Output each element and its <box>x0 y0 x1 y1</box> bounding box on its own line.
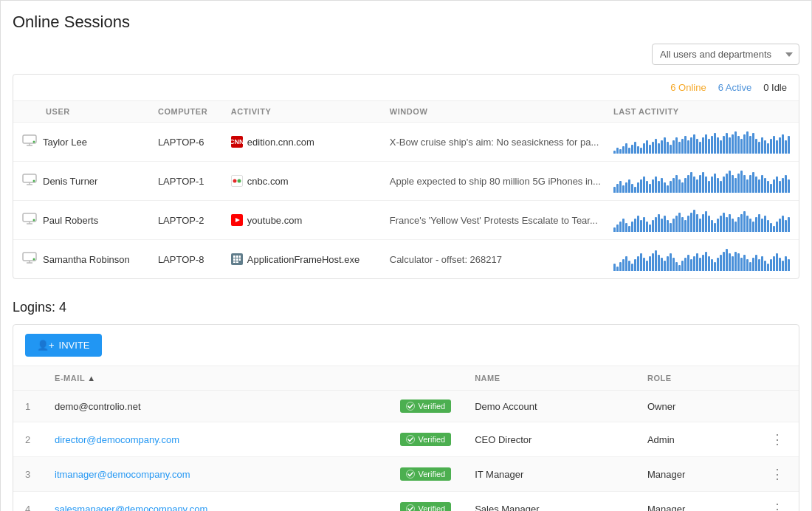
more-menu-button[interactable]: ⋮ <box>768 500 787 511</box>
svg-rect-23 <box>233 258 235 261</box>
spark-bar <box>696 253 698 271</box>
spark-bar <box>637 146 639 154</box>
spark-bar <box>699 219 701 232</box>
spark-bar <box>622 146 625 154</box>
monitor-icon <box>22 213 37 227</box>
spark-bar <box>643 143 645 154</box>
spark-bar <box>743 211 746 232</box>
svg-point-28 <box>407 402 415 411</box>
svg-rect-22 <box>239 256 241 258</box>
spark-bar <box>687 175 689 193</box>
spark-bar <box>690 213 692 232</box>
spark-bar <box>649 145 651 154</box>
email-link[interactable]: director@democompany.com <box>55 434 179 445</box>
more-menu-button[interactable]: ⋮ <box>768 431 787 448</box>
cnbc-logo-svg <box>232 176 242 186</box>
spark-bar <box>711 176 713 193</box>
page-title: Online Sessions <box>13 13 799 32</box>
logins-panel: 👤+ INVITE E-MAIL ▲ NAME ROLE <box>13 324 799 511</box>
spark-bar <box>693 210 695 232</box>
sessions-table: USER COMPUTER ACTIVITY WINDOW LAST ACTIV… <box>13 101 799 278</box>
spark-bar <box>779 137 781 154</box>
email-link[interactable]: salesmanager@democompany.com <box>55 504 207 512</box>
spark-bar <box>693 176 695 193</box>
spark-bar <box>746 216 749 232</box>
col-email: E-MAIL ▲ <box>43 366 388 391</box>
spark-bar <box>743 255 746 271</box>
email-link[interactable]: itmanager@democompany.com <box>55 469 190 480</box>
spark-bar <box>693 134 695 154</box>
logins-table: E-MAIL ▲ NAME ROLE 1 demo@controlio.net <box>13 366 799 511</box>
spark-bar <box>690 172 692 193</box>
users-departments-filter[interactable]: All users and departments <box>652 44 799 65</box>
spark-bar <box>770 223 772 232</box>
spark-bar <box>670 145 672 154</box>
spark-bar <box>661 140 663 154</box>
sort-arrow-icon: ▲ <box>87 374 95 383</box>
spark-bar <box>643 258 645 271</box>
cnbc-favicon <box>231 175 243 187</box>
spark-bar <box>734 252 737 271</box>
verified-cell: Verified <box>388 457 463 492</box>
spark-bar <box>737 217 740 232</box>
spark-bar <box>628 179 630 193</box>
spark-bar <box>726 133 728 154</box>
spark-bar <box>681 217 684 232</box>
spark-bar <box>732 134 734 154</box>
spark-bar <box>779 181 781 193</box>
spark-bar <box>661 258 663 271</box>
spark-bar <box>779 219 781 232</box>
activity-text: edition.cnn.com <box>247 137 314 148</box>
table-row: Taylor Lee LAPTOP-6 CNN edition.cnn.com … <box>13 123 799 162</box>
spark-bar <box>687 140 689 154</box>
spark-bar <box>746 179 749 193</box>
spark-bar <box>619 149 622 154</box>
spark-bar <box>708 216 710 232</box>
spark-bar <box>681 182 684 193</box>
spark-bar <box>732 256 734 271</box>
spark-bar <box>720 216 722 232</box>
spark-bar <box>675 216 678 232</box>
spark-bar <box>714 174 716 193</box>
spark-bar <box>622 185 625 193</box>
sparkline-cell <box>605 201 799 240</box>
spark-bar <box>634 259 636 271</box>
spark-bar <box>643 217 645 232</box>
actions-cell: ⋮ <box>756 492 799 512</box>
spark-bar <box>788 259 790 271</box>
spark-bar <box>729 214 731 232</box>
spark-bar <box>655 176 657 193</box>
col-last-activity: LAST ACTIVITY <box>605 101 799 123</box>
invite-button[interactable]: 👤+ INVITE <box>25 334 102 357</box>
spark-bar <box>664 261 666 271</box>
spark-bar <box>767 143 769 154</box>
spark-bar <box>652 179 654 193</box>
verified-check-icon <box>406 435 415 444</box>
spark-bar <box>634 142 636 154</box>
spark-bar <box>613 187 616 193</box>
spark-bar <box>661 219 663 232</box>
spark-bar <box>767 264 769 271</box>
name-cell: IT Manager <box>463 457 636 492</box>
spark-bar <box>631 222 633 232</box>
more-menu-button[interactable]: ⋮ <box>768 465 787 483</box>
spark-bar <box>764 140 766 154</box>
activity-text: ApplicationFrameHost.exe <box>247 254 359 265</box>
spark-bar <box>723 176 725 193</box>
spark-bar <box>652 220 654 232</box>
spark-bar <box>664 182 666 193</box>
spark-bar <box>758 142 760 154</box>
sparkline-cell <box>605 162 799 201</box>
email-cell: itmanager@democompany.com <box>43 457 388 492</box>
window-cell: France's 'Yellow Vest' Protests Escalate… <box>381 201 605 240</box>
spark-bar <box>637 216 639 232</box>
spark-bar <box>699 142 701 154</box>
spark-bar <box>773 256 775 271</box>
activity-cell: cnbc.com <box>222 162 381 201</box>
row-number: 2 <box>13 422 43 457</box>
spark-bar <box>705 252 707 271</box>
spark-bar <box>749 175 751 193</box>
spark-bar <box>681 139 684 154</box>
spark-bar <box>761 137 763 154</box>
sparkline <box>613 208 790 232</box>
